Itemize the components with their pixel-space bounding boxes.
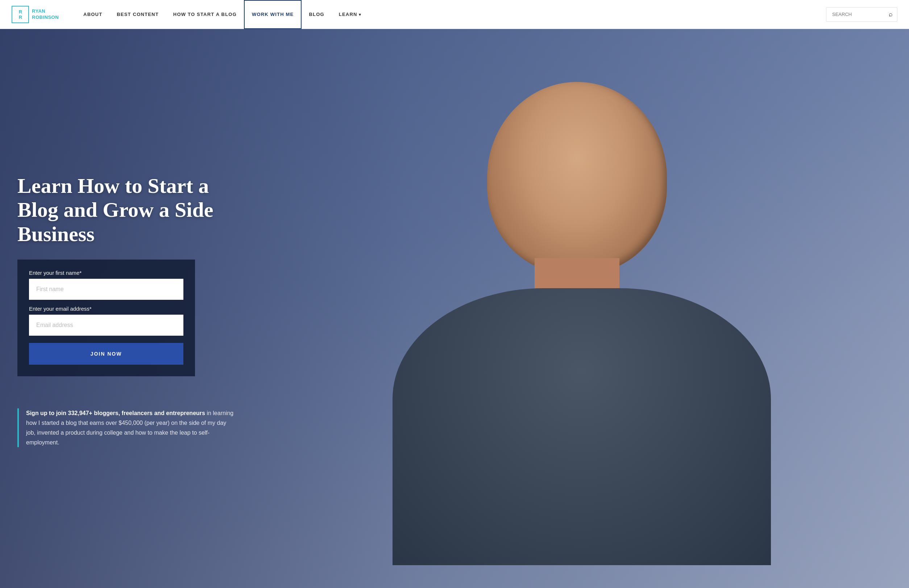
nav-link-about[interactable]: ABOUT xyxy=(76,0,110,29)
nav-item-learn: LEARN xyxy=(332,0,369,29)
first-name-label: Enter your first name* xyxy=(29,270,183,276)
email-label: Enter your email address* xyxy=(29,305,183,312)
nav-item-about: ABOUT xyxy=(76,0,110,29)
person-body xyxy=(392,288,770,565)
search-button[interactable]: ⌕ xyxy=(884,11,897,18)
signup-paragraph: Sign up to join 332,947+ bloggers, freel… xyxy=(26,408,236,448)
logo-text: RYAN ROBINSON xyxy=(32,8,59,21)
hero-person-image xyxy=(346,57,818,560)
nav-item-work-with-me: WORK WITH ME xyxy=(244,0,302,29)
hero-title: Learn How to Start a Blog and Grow a Sid… xyxy=(18,174,236,247)
nav-link-blog[interactable]: BLOG xyxy=(302,0,331,29)
nav-item-how-to-start-blog: HOW TO START A BLOG xyxy=(166,0,244,29)
nav-link-work-with-me[interactable]: WORK WITH ME xyxy=(244,0,302,29)
search-bar: ⌕ xyxy=(826,7,898,22)
hero-content: Learn How to Start a Blog and Grow a Sid… xyxy=(0,152,254,398)
join-now-button[interactable]: JOIN NOW xyxy=(29,343,183,365)
hero-section: Learn How to Start a Blog and Grow a Sid… xyxy=(0,29,909,588)
signup-bold-text: Sign up to join 332,947+ bloggers, freel… xyxy=(26,410,205,416)
hero-signup-blurb: Sign up to join 332,947+ bloggers, freel… xyxy=(0,408,254,465)
signup-form-box: Enter your first name* Enter your email … xyxy=(18,260,195,376)
nav-item-best-content: BEST CONTENT xyxy=(110,0,166,29)
search-input[interactable] xyxy=(827,11,884,17)
logo-icon: RR xyxy=(11,6,29,23)
signup-bar-accent xyxy=(18,408,19,448)
nav-link-best-content[interactable]: BEST CONTENT xyxy=(110,0,166,29)
nav-links: ABOUT BEST CONTENT HOW TO START A BLOG W… xyxy=(76,0,826,29)
email-input[interactable] xyxy=(29,315,183,336)
logo-link[interactable]: RR RYAN ROBINSON xyxy=(11,6,59,23)
main-nav: RR RYAN ROBINSON ABOUT BEST CONTENT HOW … xyxy=(0,0,909,29)
person-head xyxy=(487,82,667,273)
nav-link-learn[interactable]: LEARN xyxy=(332,0,369,29)
nav-link-how-to-start-blog[interactable]: HOW TO START A BLOG xyxy=(166,0,244,29)
first-name-input[interactable] xyxy=(29,279,183,300)
nav-item-blog: BLOG xyxy=(302,0,331,29)
